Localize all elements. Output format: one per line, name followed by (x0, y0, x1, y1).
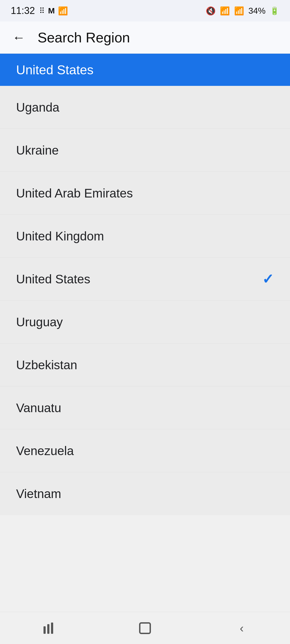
header: ← Search Region (0, 21, 290, 54)
status-icons-left: ⠿ M 📶 (39, 6, 68, 16)
list-item-label: United Kingdom (16, 229, 104, 243)
list-item-label: Vietnam (16, 486, 61, 501)
wifi-icon: 📶 (58, 6, 68, 16)
signal-icon: 📶 (234, 6, 244, 16)
list-item[interactable]: Ukraine (0, 129, 290, 172)
nav-bar: ‹ (0, 612, 290, 644)
recent-icon (44, 623, 53, 634)
list-item[interactable]: United Kingdom (0, 215, 290, 258)
list-item-label: Uganda (16, 100, 59, 115)
gmail-icon: M (48, 6, 55, 15)
back-arrow-icon: ← (12, 31, 25, 44)
battery-text: 34% (248, 6, 266, 16)
list-item[interactable]: Vanuatu (0, 386, 290, 429)
checkmark-icon: ✓ (262, 271, 274, 287)
list-item-label: Uruguay (16, 315, 63, 329)
home-icon (139, 622, 151, 634)
status-left: 11:32 ⠿ M 📶 (11, 5, 68, 16)
selected-region-label: United States (16, 63, 93, 77)
list-item-label: United Arab Emirates (16, 186, 133, 200)
list-item[interactable]: Uganda (0, 86, 290, 129)
home-button[interactable] (132, 617, 158, 639)
list-item-label: Uzbekistan (16, 358, 77, 372)
status-right: 🔇 📶 📶 34% 🔋 (206, 6, 279, 16)
battery-icon: 🔋 (270, 6, 279, 15)
page-title: Search Region (38, 30, 130, 46)
recent-apps-button[interactable] (35, 617, 62, 639)
back-button[interactable]: ← (11, 30, 27, 46)
list-item[interactable]: United Arab Emirates (0, 172, 290, 215)
list-item-label: Venezuela (16, 444, 74, 458)
region-list: UgandaUkraineUnited Arab EmiratesUnited … (0, 86, 290, 515)
back-nav-button[interactable]: ‹ (228, 617, 255, 639)
dots-icon: ⠿ (39, 6, 45, 15)
list-item[interactable]: Venezuela (0, 429, 290, 472)
back-nav-icon: ‹ (240, 621, 244, 635)
status-time: 11:32 (11, 5, 35, 16)
list-item[interactable]: Uruguay (0, 301, 290, 343)
list-item[interactable]: United States✓ (0, 258, 290, 301)
list-item-label: Ukraine (16, 143, 59, 158)
list-item-label: Vanuatu (16, 401, 61, 415)
wifi-status-icon: 📶 (220, 6, 230, 16)
list-item-label: United States (16, 272, 90, 286)
mute-icon: 🔇 (206, 6, 216, 16)
selected-banner[interactable]: United States (0, 54, 290, 86)
status-bar: 11:32 ⠿ M 📶 🔇 📶 📶 34% 🔋 (0, 0, 290, 21)
list-item[interactable]: Uzbekistan (0, 343, 290, 386)
list-item[interactable]: Vietnam (0, 472, 290, 515)
